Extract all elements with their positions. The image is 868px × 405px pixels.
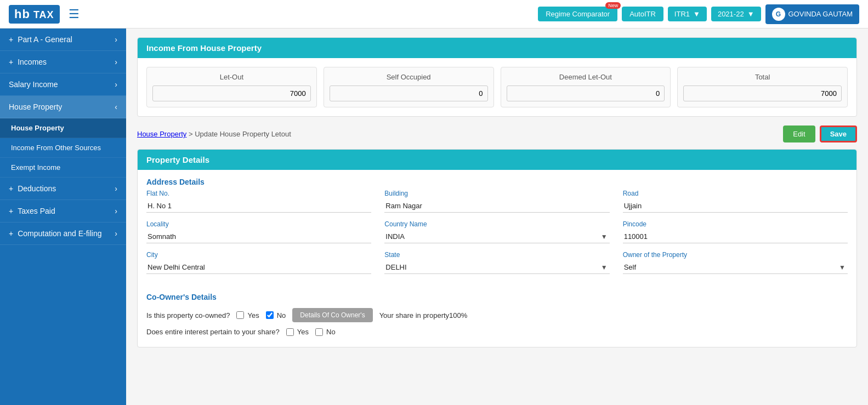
income-grid: Let-Out Self Occupied Deemed Let-Out Tot… [138, 58, 856, 116]
let-out-label: Let-Out [220, 73, 243, 81]
action-buttons: Edit Save [783, 126, 857, 142]
pincode-label: Pincode [623, 220, 848, 228]
new-badge: New [605, 2, 621, 9]
entire-interest-yes-checkbox[interactable] [286, 328, 294, 336]
co-owned-yes-checkbox[interactable] [236, 311, 244, 319]
self-occupied-input[interactable] [330, 85, 488, 101]
plus-icon: + [9, 207, 13, 215]
deemed-let-out-label: Deemed Let-Out [559, 73, 612, 81]
chevron-down-icon: ▼ [747, 10, 754, 18]
sidebar-item-deductions[interactable]: + Deductions › [0, 178, 126, 200]
country-select-wrapper: INDIA ▼ [384, 230, 609, 243]
road-field: Road Ujjain [623, 190, 848, 213]
plus-icon: + [9, 184, 13, 193]
co-owned-yes-group: Yes [236, 311, 259, 320]
chevron-right-icon: › [115, 80, 117, 89]
pincode-field: Pincode 110001 [623, 220, 848, 243]
co-owned-no-checkbox[interactable] [266, 311, 274, 319]
income-house-property-card: Income From House Property Let-Out Self … [137, 37, 857, 117]
itr-dropdown-button[interactable]: ITR1 ▼ [668, 7, 707, 21]
entire-interest-label: Does entire interest pertain to your sha… [146, 328, 280, 336]
building-field: Building Ram Nagar [384, 190, 609, 213]
owner-label: Owner of the Property [623, 251, 848, 259]
share-text: Your share in property100% [379, 311, 468, 320]
state-select[interactable]: DELHI [384, 261, 609, 274]
breadcrumb-parent[interactable]: House Property [137, 130, 186, 138]
self-occupied-box: Self Occupied [324, 67, 494, 107]
property-details-header: Property Details [138, 150, 856, 170]
flat-no-label: Flat No. [146, 190, 371, 197]
details-co-owners-button[interactable]: Details Of Co Owner's [292, 308, 372, 322]
user-menu-button[interactable]: G GOVINDA GAUTAM [765, 4, 860, 24]
edit-button[interactable]: Edit [783, 126, 815, 142]
city-value: New Delhi Central [146, 261, 371, 274]
address-details-title: Address Details [146, 178, 848, 186]
address-grid: Flat No. H. No 1 Building Ram Nagar Road… [138, 190, 856, 287]
sidebar-sub-item-house-property[interactable]: House Property [0, 118, 126, 138]
chevron-right-icon: › [115, 229, 117, 238]
chevron-right-icon: › [115, 184, 117, 193]
deemed-let-out-box: Deemed Let-Out [501, 67, 671, 107]
plus-icon: + [9, 229, 13, 238]
co-owner-title: Co-Owner's Details [146, 293, 848, 301]
sidebar-item-taxes-paid[interactable]: + Taxes Paid › [0, 200, 126, 223]
let-out-input[interactable] [152, 85, 311, 101]
hamburger-icon[interactable]: ☰ [69, 7, 80, 21]
building-value: Ram Nagar [384, 199, 609, 213]
co-owned-row: Is this property co-owned? Yes No Detail… [146, 308, 848, 322]
nav-right: New Regime Comparator AutoITR ITR1 ▼ 202… [538, 4, 859, 24]
sidebar-item-other-sources[interactable]: Income From Other Sources [0, 138, 126, 158]
country-select[interactable]: INDIA [384, 230, 609, 243]
total-label: Total [755, 73, 770, 81]
sidebar-sub-item-exempt-income[interactable]: Exempt Income [0, 158, 126, 178]
sidebar-item-part-a[interactable]: + Part A - General › [0, 28, 126, 51]
logo: hb TAX [9, 5, 60, 24]
breadcrumb-separator: > [189, 130, 193, 138]
road-value: Ujjain [623, 199, 848, 213]
locality-value: Somnath [146, 230, 371, 243]
self-occupied-label: Self Occupied [387, 73, 431, 81]
sidebar-item-house-property[interactable]: House Property ‹ [0, 96, 126, 118]
main-layout: + Part A - General › + Incomes › Salary … [0, 28, 868, 405]
year-dropdown-button[interactable]: 2021-22 ▼ [711, 7, 761, 21]
regime-comparator-button[interactable]: New Regime Comparator [538, 7, 617, 21]
sidebar-item-salary[interactable]: Salary Income › [0, 73, 126, 96]
pincode-value: 110001 [623, 230, 848, 243]
chevron-down-icon: ▼ [693, 10, 700, 18]
city-label: City [146, 251, 371, 259]
sidebar-item-incomes[interactable]: + Incomes › [0, 51, 126, 73]
autoitr-button[interactable]: AutoITR [622, 7, 663, 21]
chevron-down-icon: ‹ [115, 102, 117, 111]
sidebar-item-computation[interactable]: + Computation and E-filing › [0, 223, 126, 245]
avatar: G [772, 8, 785, 21]
entire-yes-group: Yes [286, 328, 309, 336]
breadcrumb-bar: House Property > Update House Property L… [137, 126, 857, 142]
main-content: Income From House Property Let-Out Self … [126, 28, 868, 405]
property-details-card: Property Details Address Details Flat No… [137, 149, 857, 347]
locality-field: Locality Somnath [146, 220, 371, 243]
owner-select[interactable]: Self [623, 261, 848, 274]
deemed-let-out-input[interactable] [507, 85, 665, 101]
income-section-header: Income From House Property [138, 38, 856, 58]
state-label: State [384, 251, 609, 259]
road-label: Road [623, 190, 848, 197]
locality-label: Locality [146, 220, 371, 228]
chevron-right-icon: › [115, 35, 117, 44]
save-button[interactable]: Save [820, 126, 857, 142]
entire-interest-row: Does entire interest pertain to your sha… [146, 328, 848, 336]
total-input[interactable] [683, 85, 842, 101]
co-owned-no-label: No [277, 311, 286, 320]
nav-left: hb TAX ☰ [9, 5, 80, 24]
state-select-wrapper: DELHI ▼ [384, 261, 609, 274]
owner-select-wrapper: Self ▼ [623, 261, 848, 274]
plus-icon: + [9, 35, 13, 44]
state-field: State DELHI ▼ [384, 251, 609, 274]
building-label: Building [384, 190, 609, 197]
owner-field: Owner of the Property Self ▼ [623, 251, 848, 274]
chevron-right-icon: › [115, 207, 117, 215]
country-field: Country Name INDIA ▼ [384, 220, 609, 243]
co-owner-section: Co-Owner's Details Is this property co-o… [138, 287, 856, 347]
entire-interest-no-checkbox[interactable] [315, 328, 323, 336]
chevron-down-icon: › [115, 58, 117, 66]
let-out-box: Let-Out [146, 67, 317, 107]
